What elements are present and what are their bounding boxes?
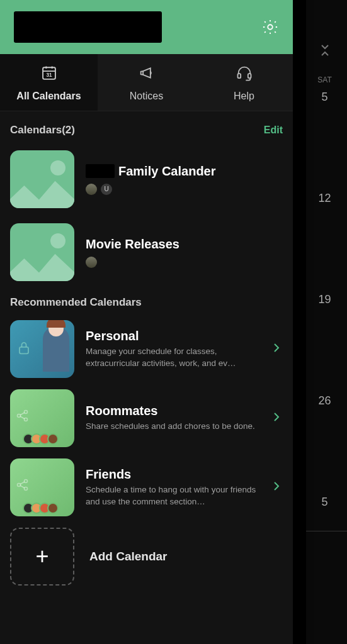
recommended-item-roommates[interactable]: Roommates Share schedules and add chores… bbox=[10, 389, 283, 447]
bg-date: 12 bbox=[318, 192, 331, 205]
megaphone-icon bbox=[138, 64, 156, 84]
member-avatars: U bbox=[86, 184, 283, 195]
tab-notices[interactable]: Notices bbox=[98, 54, 195, 111]
tab-all-calendars[interactable]: 31 All Calendars bbox=[0, 54, 98, 111]
svg-rect-5 bbox=[20, 347, 28, 354]
people-illustration bbox=[26, 433, 59, 445]
svg-rect-4 bbox=[247, 74, 251, 78]
member-avatar bbox=[86, 184, 97, 195]
chevron-right-icon bbox=[273, 412, 283, 425]
tab-label: Help bbox=[234, 91, 254, 102]
plus-icon: + bbox=[35, 545, 48, 568]
background-calendar: SAT 5 12 19 26 5 bbox=[306, 0, 347, 644]
recommended-desc: Manage your schedule for classes, extrac… bbox=[86, 346, 261, 369]
recommended-desc: Schedule a time to hang out with your fr… bbox=[86, 484, 261, 507]
recommended-heading: Recommended Calendars bbox=[10, 296, 283, 309]
edit-button[interactable]: Edit bbox=[264, 125, 283, 136]
recommended-thumbnail bbox=[10, 458, 74, 516]
collapse-toggle[interactable] bbox=[321, 44, 329, 57]
person-illustration bbox=[43, 326, 69, 372]
bg-date: 5 bbox=[321, 496, 327, 509]
calendars-header: Calendars(2) Edit bbox=[10, 124, 283, 136]
tab-label: All Calendars bbox=[16, 91, 81, 102]
recommended-title: Personal bbox=[86, 329, 261, 343]
recommended-desc: Share schedules and add chores to be don… bbox=[86, 421, 261, 432]
svg-text:31: 31 bbox=[46, 72, 52, 78]
chevron-right-icon bbox=[273, 481, 283, 494]
add-box: + bbox=[10, 528, 74, 586]
member-avatar bbox=[86, 257, 97, 268]
calendar-thumbnail bbox=[10, 223, 74, 281]
calendar-title-redacted bbox=[86, 164, 115, 178]
calendar-title: Family Calander bbox=[118, 164, 216, 179]
bg-date: 5 bbox=[321, 91, 327, 104]
calendar-title: Movie Releases bbox=[86, 237, 283, 252]
bg-date: 19 bbox=[318, 293, 331, 306]
calendar-thumbnail bbox=[10, 150, 74, 208]
people-illustration bbox=[26, 502, 59, 514]
member-avatars bbox=[86, 257, 283, 268]
bg-divider bbox=[306, 531, 347, 531]
app-logo-redacted bbox=[14, 11, 162, 43]
calendar-item[interactable]: Movie Releases bbox=[10, 223, 283, 281]
tab-help[interactable]: Help bbox=[195, 54, 293, 111]
recommended-item-personal[interactable]: Personal Manage your schedule for classe… bbox=[10, 320, 283, 378]
calendars-heading: Calendars(2) bbox=[10, 124, 75, 136]
svg-point-0 bbox=[268, 25, 272, 29]
calendar-item[interactable]: Family Calander U bbox=[10, 150, 283, 208]
add-calendar-label: Add Calendar bbox=[89, 550, 168, 564]
panel-content: Calendars(2) Edit Family Calander U Movi… bbox=[0, 111, 293, 644]
tab-bar: 31 All Calendars Notices bbox=[0, 54, 293, 111]
recommended-thumbnail bbox=[10, 320, 74, 378]
day-header: SAT bbox=[317, 75, 331, 84]
settings-icon[interactable] bbox=[261, 18, 279, 36]
recommended-title: Roommates bbox=[86, 404, 261, 418]
calendar-icon: 31 bbox=[40, 64, 58, 84]
lock-icon bbox=[15, 339, 33, 359]
chevron-right-icon bbox=[273, 343, 283, 355]
recommended-item-friends[interactable]: Friends Schedule a time to hang out with… bbox=[10, 458, 283, 516]
side-panel: 31 All Calendars Notices bbox=[0, 0, 293, 644]
add-calendar-button[interactable]: + Add Calendar bbox=[10, 528, 283, 586]
recommended-thumbnail bbox=[10, 389, 74, 447]
share-icon bbox=[15, 477, 30, 495]
headset-icon bbox=[236, 64, 253, 84]
share-icon bbox=[15, 408, 30, 426]
member-avatar: U bbox=[101, 184, 112, 195]
svg-rect-3 bbox=[237, 74, 241, 78]
panel-header bbox=[0, 0, 293, 54]
tab-label: Notices bbox=[130, 91, 163, 102]
bg-date: 26 bbox=[318, 394, 331, 408]
recommended-title: Friends bbox=[86, 467, 261, 482]
